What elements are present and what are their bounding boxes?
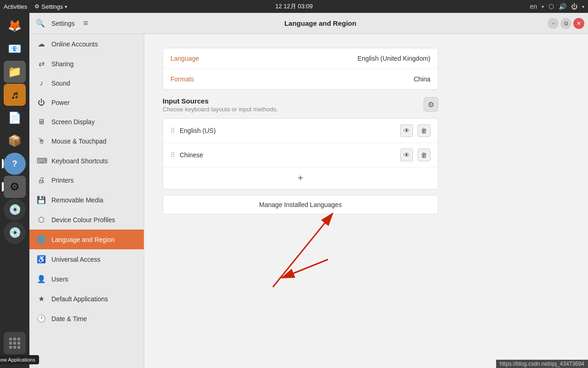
sidebar-item-screen-display[interactable]: 🖥 Screen Display [29, 112, 144, 132]
formats-row[interactable]: Formats China [163, 69, 438, 89]
window-title: Language and Region [93, 19, 548, 27]
dock: 🦊 📧 📁 ♬ 📄 📦 ? ⚙ 💿 💿 Show Applications [0, 13, 29, 368]
colour-profiles-icon: ⬡ [37, 215, 46, 224]
topbar-left: Activities ⚙ Settings ▾ [4, 3, 67, 10]
formats-value: China [413, 75, 430, 83]
manage-installed-languages-button[interactable]: Manage Installed Languages [163, 195, 438, 214]
date-time-icon: 🕐 [37, 314, 46, 323]
search-button[interactable]: 🔍 [33, 16, 48, 31]
online-accounts-icon: ☁ [37, 40, 46, 48]
sidebar-item-mouse-touchpad[interactable]: 🖱 Mouse & Touchpad [29, 132, 144, 151]
sidebar-item-label-removable-media: Removable Media [51, 196, 103, 204]
show-applications-button[interactable] [4, 332, 26, 354]
sidebar-item-date-time[interactable]: 🕐 Date & Time [29, 309, 144, 328]
input-sources-subtitle: Choose keyboard layouts or input methods… [163, 106, 278, 113]
show-applications-area[interactable]: Show Applications [0, 332, 39, 364]
settings-body: ☁ Online Accounts ⇄ Sharing ♪ Sound ⏻ Po… [29, 34, 588, 368]
language-row[interactable]: Language English (United Kingdom) [163, 48, 438, 69]
sidebar-item-label-online-accounts: Online Accounts [51, 40, 98, 48]
sidebar-item-label-universal-access: Universal Access [51, 256, 101, 263]
activities-label[interactable]: Activities [4, 3, 27, 10]
main-content: Language English (United Kingdom) Format… [144, 34, 588, 368]
sidebar-item-users[interactable]: 👤 Users [29, 269, 144, 289]
users-icon: 👤 [37, 275, 46, 283]
screen-display-icon: 🖥 [37, 118, 46, 126]
dock-item-writer[interactable]: 📄 [4, 107, 26, 129]
default-apps-icon: ★ [37, 294, 46, 303]
window-area: 🦊 📧 📁 ♬ 📄 📦 ? ⚙ 💿 💿 Show Applications [0, 13, 588, 368]
sidebar-item-label-screen-display: Screen Display [51, 118, 95, 126]
drag-handle-english[interactable]: ⠿ [170, 127, 175, 134]
sidebar-item-removable-media[interactable]: 💾 Removable Media [29, 190, 144, 210]
dock-item-dvd1[interactable]: 💿 [4, 199, 26, 221]
add-icon: + [298, 173, 303, 184]
eye-button-english[interactable]: 👁 [400, 124, 413, 137]
maximize-button[interactable]: ⧉ [560, 18, 571, 29]
dock-item-appstore[interactable]: 📦 [4, 130, 26, 152]
sidebar-item-sound[interactable]: ♪ Sound [29, 74, 144, 93]
volume-icon[interactable]: 🔊 [559, 3, 566, 10]
sidebar-item-label-default-applications: Default Applications [51, 295, 108, 303]
svg-line-1 [273, 213, 333, 287]
sharing-icon: ⇄ [37, 59, 46, 68]
sidebar-item-keyboard-shortcuts[interactable]: ⌨ Keyboard Shortcuts [29, 151, 144, 171]
sidebar-item-label-printers: Printers [51, 177, 74, 184]
titlebar-left: 🔍 Settings ≡ [33, 16, 93, 31]
sidebar-item-label-mouse-touchpad: Mouse & Touchpad [51, 138, 107, 145]
hamburger-button[interactable]: ≡ [79, 16, 93, 31]
add-input-source-row[interactable]: + [163, 167, 438, 189]
dock-item-settings[interactable]: ⚙ [4, 176, 26, 198]
topbar-right: en ▾ ⬡ 🔊 ⏻ ▾ [530, 3, 584, 10]
topbar-datetime: 12 12月 03:09 [275, 2, 313, 11]
printers-icon: 🖨 [37, 176, 46, 184]
delete-button-chinese[interactable]: 🗑 [418, 149, 430, 161]
dock-item-rhythmbox[interactable]: ♬ [4, 84, 26, 106]
input-sources-header: Input Sources Choose keyboard layouts or… [163, 97, 438, 113]
dock-item-dvd2[interactable]: 💿 [4, 222, 26, 244]
sidebar-item-label-device-colour-profiles: Device Colour Profiles [51, 216, 115, 224]
close-button[interactable]: ✕ [573, 18, 584, 29]
dock-item-help[interactable]: ? [4, 153, 26, 175]
settings-menu-label[interactable]: ⚙ Settings ▾ [34, 3, 67, 10]
settings-titlebar: 🔍 Settings ≡ Language and Region − ⧉ ✕ [29, 13, 588, 34]
sidebar-item-label-sound: Sound [51, 80, 70, 87]
input-sources-card: ⠿ English (US) 👁 🗑 ⠿ Chinese 👁 🗑 + [163, 118, 438, 190]
drag-handle-chinese[interactable]: ⠿ [170, 151, 175, 159]
sidebar-item-default-applications[interactable]: ★ Default Applications [29, 289, 144, 309]
language-region-icon: 🌐 [37, 235, 46, 244]
language-formats-card: Language English (United Kingdom) Format… [163, 48, 438, 90]
sidebar-item-online-accounts[interactable]: ☁ Online Accounts [29, 34, 144, 54]
removable-media-icon: 💾 [37, 196, 46, 204]
minimize-button[interactable]: − [548, 18, 559, 29]
sidebar-item-universal-access[interactable]: ♿ Universal Access [29, 249, 144, 269]
settings-sidebar-title: Settings [51, 20, 75, 27]
sidebar-item-label-power: Power [51, 99, 70, 106]
input-sources-title: Input Sources [163, 97, 278, 105]
power-icon[interactable]: ⏻ [571, 3, 577, 10]
sidebar-item-power[interactable]: ⏻ Power [29, 93, 144, 112]
language-label: Language [170, 55, 199, 62]
sidebar-item-printers[interactable]: 🖨 Printers [29, 171, 144, 190]
input-sources-gear-button[interactable]: ⚙ [424, 97, 438, 112]
sidebar-item-language-region[interactable]: 🌐 Language and Region [29, 230, 144, 249]
sidebar-item-sharing[interactable]: ⇄ Sharing [29, 54, 144, 74]
delete-button-english[interactable]: 🗑 [418, 124, 430, 137]
power-icon-sidebar: ⏻ [37, 98, 46, 107]
sidebar: ☁ Online Accounts ⇄ Sharing ♪ Sound ⏻ Po… [29, 34, 144, 368]
input-source-row-english: ⠿ English (US) 👁 🗑 [163, 119, 438, 143]
sidebar-item-label-date-time: Date & Time [51, 315, 87, 322]
lang-indicator[interactable]: en [530, 3, 537, 10]
topbar: Activities ⚙ Settings ▾ 12 12月 03:09 en … [0, 0, 588, 13]
sidebar-item-label-language-region: Language and Region [51, 236, 115, 243]
keyboard-icon: ⌨ [37, 156, 46, 165]
dock-item-files[interactable]: 📁 [4, 61, 26, 83]
network-icon[interactable]: ⬡ [548, 3, 554, 10]
apps-grid [9, 338, 20, 349]
sidebar-item-device-colour-profiles[interactable]: ⬡ Device Colour Profiles [29, 210, 144, 230]
eye-button-chinese[interactable]: 👁 [400, 149, 413, 161]
dock-item-thunderbird[interactable]: 📧 [4, 38, 26, 60]
dock-item-firefox[interactable]: 🦊 [4, 15, 26, 37]
sidebar-item-label-sharing: Sharing [51, 60, 74, 68]
svg-line-2 [282, 259, 328, 278]
input-source-name-chinese: Chinese [180, 151, 396, 159]
